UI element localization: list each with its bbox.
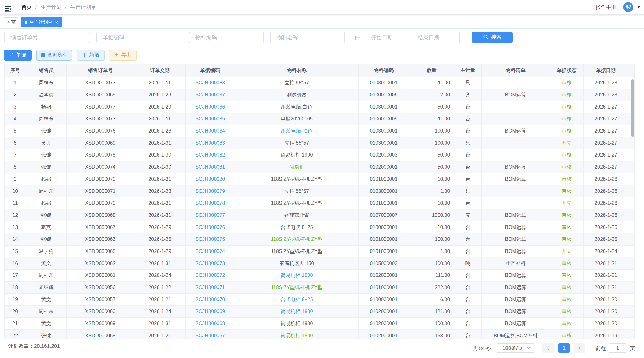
svg-text:M: M (625, 4, 632, 11)
